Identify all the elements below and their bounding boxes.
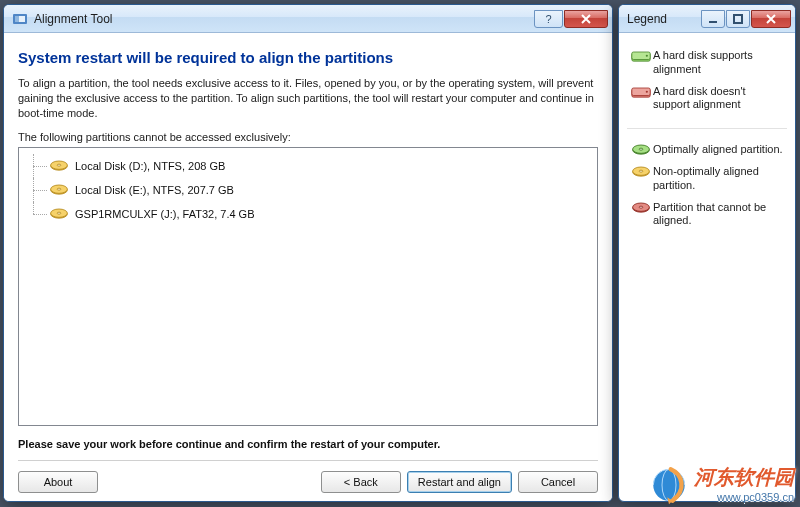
tree-connector xyxy=(21,202,49,226)
legend-window: Legend A hard disk supports alignment A … xyxy=(618,4,796,502)
svg-point-15 xyxy=(646,55,648,57)
disk-yellow-icon xyxy=(49,207,69,221)
partition-label: Local Disk (D:), NTFS, 208 GB xyxy=(75,160,225,172)
tree-connector xyxy=(21,178,49,202)
restart-and-align-button[interactable]: Restart and align xyxy=(407,471,512,493)
legend-text: Partition that cannot be aligned. xyxy=(653,201,785,229)
page-headline: System restart will be required to align… xyxy=(18,49,598,66)
svg-rect-12 xyxy=(734,15,742,23)
disk-green-icon xyxy=(629,143,653,157)
partition-row[interactable]: GSP1RMCULXF (J:), FAT32, 7.4 GB xyxy=(21,202,595,226)
svg-point-11 xyxy=(57,212,61,214)
hdd-red-icon xyxy=(629,85,653,101)
titlebar[interactable]: Alignment Tool ? xyxy=(4,5,612,33)
legend-item: Non-optimally aligned partition. xyxy=(627,161,787,197)
back-button[interactable]: < Back xyxy=(321,471,401,493)
legend-text: A hard disk supports alignment xyxy=(653,49,785,77)
partition-row[interactable]: Local Disk (E:), NTFS, 207.7 GB xyxy=(21,178,595,202)
app-icon xyxy=(12,11,28,27)
disk-yellow-icon xyxy=(49,159,69,173)
legend-divider xyxy=(627,128,787,129)
legend-partition-group: Optimally aligned partition. Non-optimal… xyxy=(627,135,787,242)
svg-point-18 xyxy=(646,90,648,92)
client-area: System restart will be required to align… xyxy=(4,33,612,501)
svg-point-21 xyxy=(639,148,643,150)
legend-item: A hard disk doesn't support alignment xyxy=(627,81,787,117)
close-button[interactable] xyxy=(564,10,608,28)
disk-red-icon xyxy=(629,201,653,215)
save-work-note: Please save your work before continue an… xyxy=(18,438,598,450)
partition-list-label: The following partitions cannot be acces… xyxy=(18,131,598,143)
window-title: Alignment Tool xyxy=(34,12,113,26)
about-button[interactable]: About xyxy=(18,471,98,493)
legend-item: Optimally aligned partition. xyxy=(627,139,787,161)
partition-row[interactable]: Local Disk (D:), NTFS, 208 GB xyxy=(21,154,595,178)
legend-text: A hard disk doesn't support alignment xyxy=(653,85,785,113)
legend-text: Non-optimally aligned partition. xyxy=(653,165,785,193)
legend-close-button[interactable] xyxy=(751,10,791,28)
svg-point-5 xyxy=(57,164,61,166)
partition-label: GSP1RMCULXF (J:), FAT32, 7.4 GB xyxy=(75,208,255,220)
disk-yellow-icon xyxy=(629,165,653,179)
help-button[interactable]: ? xyxy=(534,10,563,28)
partition-label: Local Disk (E:), NTFS, 207.7 GB xyxy=(75,184,234,196)
legend-disk-group: A hard disk supports alignment A hard di… xyxy=(627,41,787,126)
alignment-tool-window: Alignment Tool ? System restart will be … xyxy=(3,4,613,502)
disk-yellow-icon xyxy=(49,183,69,197)
legend-title: Legend xyxy=(627,12,667,26)
button-bar: About < Back Restart and align Cancel xyxy=(18,460,598,493)
svg-rect-2 xyxy=(15,16,19,22)
legend-item: Partition that cannot be aligned. xyxy=(627,197,787,233)
cancel-button[interactable]: Cancel xyxy=(518,471,598,493)
tree-connector xyxy=(21,154,49,178)
legend-item: A hard disk supports alignment xyxy=(627,45,787,81)
legend-titlebar[interactable]: Legend xyxy=(619,5,795,33)
hdd-green-icon xyxy=(629,49,653,65)
partition-tree[interactable]: Local Disk (D:), NTFS, 208 GB Local Disk… xyxy=(18,147,598,426)
svg-point-8 xyxy=(57,188,61,190)
description-text: To align a partition, the tool needs exc… xyxy=(18,76,598,121)
legend-text: Optimally aligned partition. xyxy=(653,143,785,157)
svg-point-27 xyxy=(639,206,643,208)
minimize-button[interactable] xyxy=(701,10,725,28)
maximize-button[interactable] xyxy=(726,10,750,28)
svg-point-24 xyxy=(639,170,643,172)
legend-client: A hard disk supports alignment A hard di… xyxy=(619,33,795,250)
